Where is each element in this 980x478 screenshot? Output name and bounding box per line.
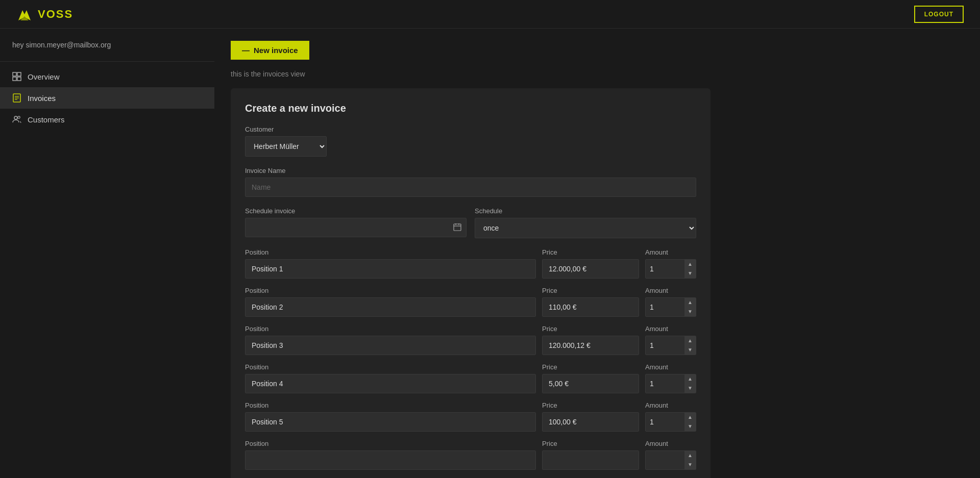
amount-col-4: Amount ▲ ▼ xyxy=(645,401,696,432)
amount-spinners-4: ▲ ▼ xyxy=(684,413,696,431)
price-input-0[interactable] xyxy=(542,259,639,279)
price-col-4: Price xyxy=(542,401,639,432)
amount-label-5: Amount xyxy=(645,440,696,447)
amount-down-2[interactable]: ▼ xyxy=(684,345,696,355)
price-input-1[interactable] xyxy=(542,297,639,317)
amount-input-4[interactable] xyxy=(646,413,684,431)
amount-spinners-0: ▲ ▼ xyxy=(684,260,696,278)
logout-button[interactable]: LOGOUT xyxy=(914,6,964,23)
customer-label: Customer xyxy=(245,125,696,133)
new-invoice-label: New invoice xyxy=(254,46,298,55)
price-input-3[interactable] xyxy=(542,374,639,393)
logo-area: VOSS xyxy=(16,6,73,22)
position-row: Position Price Amount ▲ ▼ xyxy=(245,440,696,470)
price-input-5[interactable] xyxy=(542,450,639,470)
positions-container: Position Price Amount ▲ ▼ Position Price xyxy=(245,248,696,470)
invoices-icon xyxy=(12,93,21,103)
price-label-3: Price xyxy=(542,363,639,371)
amount-col-0: Amount ▲ ▼ xyxy=(645,248,696,279)
position-input-1[interactable] xyxy=(245,297,536,317)
sidebar-user: hey simon.meyer@mailbox.org xyxy=(0,41,214,62)
amount-input-0[interactable] xyxy=(646,260,684,278)
topbar: VOSS LOGOUT xyxy=(0,0,980,29)
position-input-5[interactable] xyxy=(245,450,536,470)
schedule-select[interactable]: once weekly monthly yearly xyxy=(475,218,696,238)
amount-down-1[interactable]: ▼ xyxy=(684,307,696,316)
position-input-3[interactable] xyxy=(245,374,536,393)
amount-input-5[interactable] xyxy=(646,451,684,469)
price-col-3: Price xyxy=(542,363,639,393)
position-input-2[interactable] xyxy=(245,336,536,355)
price-label-5: Price xyxy=(542,440,639,447)
position-row: Position Price Amount ▲ ▼ xyxy=(245,248,696,279)
price-input-2[interactable] xyxy=(542,336,639,355)
sidebar-item-customers[interactable]: Customers xyxy=(0,109,214,130)
customer-group: Customer Herbert Müller Anna Schmidt Kar… xyxy=(245,125,696,157)
amount-up-2[interactable]: ▲ xyxy=(684,336,696,345)
sidebar: hey simon.meyer@mailbox.org Overview Inv… xyxy=(0,29,214,478)
amount-up-5[interactable]: ▲ xyxy=(684,451,696,460)
schedule-date-input[interactable]: 25 . 03 . 2023 xyxy=(245,218,467,237)
price-col-0: Price xyxy=(542,248,639,279)
price-col-2: Price xyxy=(542,325,639,355)
sidebar-item-customers-label: Customers xyxy=(28,115,65,124)
customer-select-wrapper: Herbert Müller Anna Schmidt Karl Weber xyxy=(245,136,327,157)
amount-down-4[interactable]: ▼ xyxy=(684,422,696,431)
svg-point-10 xyxy=(14,116,17,119)
amount-input-wrapper-4: ▲ ▼ xyxy=(645,412,696,432)
sidebar-item-invoices-label: Invoices xyxy=(28,94,56,103)
position-row: Position Price Amount ▲ ▼ xyxy=(245,287,696,317)
customer-select[interactable]: Herbert Müller Anna Schmidt Karl Weber xyxy=(245,136,327,157)
amount-label-4: Amount xyxy=(645,401,696,409)
logo-icon xyxy=(16,6,33,22)
new-invoice-button[interactable]: — New invoice xyxy=(231,41,309,60)
form-title: Create a new invoice xyxy=(245,103,696,114)
position-col-5: Position xyxy=(245,440,536,470)
amount-up-3[interactable]: ▲ xyxy=(684,374,696,384)
amount-label-3: Amount xyxy=(645,363,696,371)
position-label-4: Position xyxy=(245,401,536,409)
amount-down-3[interactable]: ▼ xyxy=(684,384,696,393)
amount-col-3: Amount ▲ ▼ xyxy=(645,363,696,393)
position-label-2: Position xyxy=(245,325,536,333)
content-area: — New invoice this is the invoices view … xyxy=(214,29,980,478)
schedule-row: Schedule invoice 25 . 03 . 2023 xyxy=(245,207,696,238)
amount-input-wrapper-2: ▲ ▼ xyxy=(645,336,696,355)
date-input-wrapper: 25 . 03 . 2023 xyxy=(245,218,467,237)
amount-spinners-3: ▲ ▼ xyxy=(684,374,696,393)
amount-col-2: Amount ▲ ▼ xyxy=(645,325,696,355)
invoice-name-input[interactable] xyxy=(245,178,696,197)
amount-input-2[interactable] xyxy=(646,336,684,355)
position-label-0: Position xyxy=(245,248,536,256)
schedule-date-group: Schedule invoice 25 . 03 . 2023 xyxy=(245,207,467,238)
position-col-4: Position xyxy=(245,401,536,432)
logo-text: VOSS xyxy=(38,8,73,21)
amount-up-4[interactable]: ▲ xyxy=(684,413,696,422)
position-row: Position Price Amount ▲ ▼ xyxy=(245,325,696,355)
position-input-4[interactable] xyxy=(245,412,536,432)
amount-spinners-5: ▲ ▼ xyxy=(684,451,696,469)
position-col-1: Position xyxy=(245,287,536,317)
position-row: Position Price Amount ▲ ▼ xyxy=(245,363,696,393)
schedule-repeat-group: Schedule once weekly monthly yearly xyxy=(475,207,696,238)
amount-input-1[interactable] xyxy=(646,298,684,316)
sidebar-item-overview[interactable]: Overview xyxy=(0,66,214,87)
amount-input-3[interactable] xyxy=(646,374,684,393)
amount-input-wrapper-1: ▲ ▼ xyxy=(645,297,696,317)
position-col-0: Position xyxy=(245,248,536,279)
position-col-2: Position xyxy=(245,325,536,355)
amount-col-1: Amount ▲ ▼ xyxy=(645,287,696,317)
amount-down-0[interactable]: ▼ xyxy=(684,269,696,278)
price-input-4[interactable] xyxy=(542,412,639,432)
price-label-0: Price xyxy=(542,248,639,256)
amount-spinners-1: ▲ ▼ xyxy=(684,298,696,316)
amount-up-0[interactable]: ▲ xyxy=(684,260,696,269)
svg-point-11 xyxy=(18,116,20,118)
amount-down-5[interactable]: ▼ xyxy=(684,460,696,469)
position-col-3: Position xyxy=(245,363,536,393)
position-label-3: Position xyxy=(245,363,536,371)
amount-up-1[interactable]: ▲ xyxy=(684,298,696,307)
overview-icon xyxy=(12,72,21,81)
sidebar-item-invoices[interactable]: Invoices xyxy=(0,87,214,109)
position-input-0[interactable] xyxy=(245,259,536,279)
